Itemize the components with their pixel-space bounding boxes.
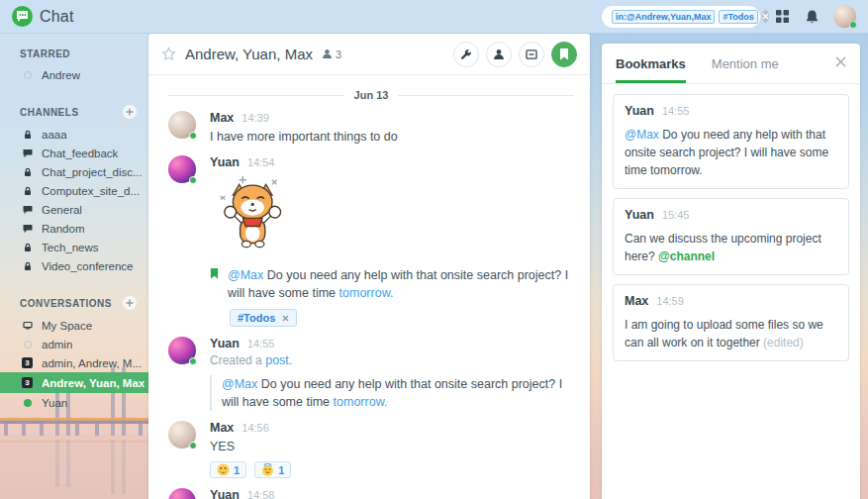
edited-label: (edited) (763, 336, 804, 349)
posts-button[interactable] (519, 42, 544, 67)
reaction-halo[interactable]: 1 (254, 461, 291, 478)
avatar-max[interactable] (168, 111, 196, 139)
search-tag-token[interactable]: #Todos (719, 10, 757, 24)
panel-tabs: Bookmarks Mention me (602, 44, 860, 84)
bookmark-icon (559, 49, 569, 60)
search-input[interactable]: in:@Andrew,Yuan,Max #Todos (602, 6, 760, 28)
add-channel-button[interactable] (123, 105, 137, 119)
channel-chat-icon (22, 205, 33, 215)
sidebar-item-andrew[interactable]: Andrew (0, 65, 148, 84)
sender-name[interactable]: Max (210, 421, 234, 435)
sender-name[interactable]: Yuan (210, 337, 240, 350)
add-conversation-button[interactable] (123, 296, 137, 310)
status-offline-icon (24, 71, 32, 79)
apps-grid-icon (775, 9, 790, 24)
avatar-yuan[interactable] (168, 155, 196, 183)
sidebar-channel-chat-project[interactable]: Chat_project_disc... (0, 162, 148, 181)
tomorrow-link[interactable]: tomorrow. (339, 286, 394, 300)
sidebar: STARRED Andrew CHANNELS aaaa Chat_feedba… (0, 34, 148, 499)
sidebar-item-yuan[interactable]: Yuan (0, 393, 148, 412)
bookmark-card[interactable]: Max 14:59 I am going to upload some file… (613, 284, 849, 361)
avatar-yuan[interactable] (168, 337, 196, 364)
message: Max14:39 I have more important things to… (168, 111, 574, 146)
chat-title: Andrew, Yuan, Max (185, 46, 313, 62)
sidebar-channel-general[interactable]: General (0, 200, 148, 219)
channels-section-label: CHANNELS (0, 98, 148, 125)
lock-icon (22, 243, 33, 252)
channel-mention-link[interactable]: @channel (658, 250, 715, 263)
sidebar-item-andrew-yuan-max[interactable]: 3 Andrew, Yuan, Max (0, 372, 148, 393)
conversations-section-label: CONVERSATIONS (0, 289, 148, 316)
sidebar-channel-random[interactable]: Random (0, 219, 148, 238)
post-quote[interactable]: @Max Do you need any help with that onsi… (210, 375, 574, 411)
tomorrow-link[interactable]: tomorrow. (334, 395, 388, 409)
member-count-badge: 3 (22, 357, 33, 368)
sidebar-item-admin-andrew-m[interactable]: 3 admin, Andrew, M... (0, 353, 148, 372)
bookmark-icon (210, 268, 219, 279)
members-button[interactable] (486, 42, 512, 67)
date-divider: Jun 13 (168, 89, 574, 101)
sender-name: Yuan (625, 208, 654, 222)
sidebar-channel-tech-news[interactable]: Tech_news (0, 238, 148, 256)
timestamp: 14:58 (247, 489, 275, 499)
tab-bookmarks[interactable]: Bookmarks (616, 56, 686, 83)
search-filter-token[interactable]: in:@Andrew,Yuan,Max (612, 10, 715, 24)
bookmark-card[interactable]: Yuan 15:45 Can we discuss the upcoming p… (613, 198, 849, 275)
message-list[interactable]: Jun 13 Max14:39 I have more important th… (148, 75, 590, 499)
message-text: YES (210, 438, 574, 455)
sidebar-item-my-space[interactable]: My Space (0, 316, 148, 335)
message: Yuan14:54 (168, 155, 574, 257)
online-status-dot (189, 132, 197, 140)
member-count[interactable]: 3 (322, 49, 341, 60)
timestamp: 14:55 (662, 105, 690, 117)
avatar-yuan[interactable] (168, 488, 196, 499)
user-avatar[interactable] (833, 5, 856, 28)
online-status-dot (189, 357, 197, 365)
lock-icon (22, 167, 33, 177)
tab-mention-me[interactable]: Mention me (712, 56, 779, 80)
bookmarked-message: @Max Do you need any help with that onsi… (210, 266, 574, 302)
timestamp: 14:55 (247, 338, 275, 349)
lock-icon (22, 186, 33, 196)
timestamp: 15:45 (662, 209, 690, 221)
message: Yuan14:55 Created a post. @Max Do you ne… (168, 337, 574, 411)
online-status-dot (189, 442, 197, 449)
apps-grid-button[interactable] (775, 9, 790, 24)
bell-icon (805, 9, 820, 25)
shiba-dog-sticker[interactable] (210, 172, 299, 253)
wrench-icon (460, 49, 472, 60)
mention-link[interactable]: @Max (228, 268, 263, 282)
sidebar-channel-chat-feedback[interactable]: Chat_feedback (0, 144, 148, 162)
sidebar-channel-aaaa[interactable]: aaaa (0, 125, 148, 144)
avatar-max[interactable] (168, 421, 196, 449)
reaction-grinning[interactable]: 1 (210, 461, 246, 478)
emoji-grinning-icon (217, 463, 230, 476)
chat-panel: Andrew, Yuan, Max 3 Jun 13 (148, 34, 590, 499)
timestamp: 14:59 (656, 295, 684, 307)
notifications-button[interactable] (805, 9, 820, 25)
bookmark-card[interactable]: Yuan 14:55 @Max Do you need any help wit… (613, 94, 849, 189)
search-clear-button[interactable] (762, 10, 769, 23)
bookmarks-button-active[interactable] (551, 42, 577, 67)
online-status-dot (849, 21, 857, 29)
star-outline-icon[interactable] (161, 47, 176, 61)
sidebar-channel-video-conference[interactable]: Video_conference (0, 256, 148, 275)
sender-name[interactable]: Yuan (210, 155, 240, 169)
todos-tag-chip[interactable]: #Todos (230, 309, 297, 327)
close-icon (835, 56, 846, 67)
close-panel-button[interactable] (835, 56, 846, 67)
timestamp: 14:56 (241, 422, 269, 434)
mention-link[interactable]: @Max (222, 377, 257, 391)
remove-tag-icon[interactable] (282, 315, 289, 322)
timestamp: 14:39 (241, 112, 269, 124)
sender-name[interactable]: Max (210, 111, 234, 125)
online-status-dot (189, 176, 197, 184)
top-bar: Chat in:@Andrew,Yuan,Max #Todos (0, 0, 868, 34)
post-link[interactable]: post. (265, 353, 292, 367)
settings-button[interactable] (453, 42, 479, 67)
sender-name[interactable]: Yuan (210, 488, 240, 499)
message: Yuan14:58 Cool. Feel free to assign some… (168, 488, 574, 499)
sidebar-channel-computex[interactable]: Computex_site_d... (0, 181, 148, 200)
sidebar-item-admin[interactable]: admin (0, 335, 148, 353)
mention-link[interactable]: @Max (625, 128, 659, 142)
